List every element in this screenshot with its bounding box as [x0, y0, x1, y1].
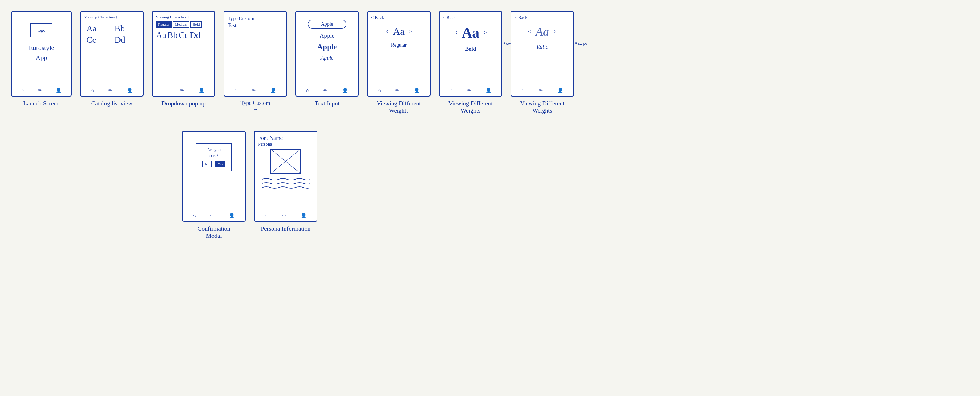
- type-custom-content: Type Custom Text: [224, 12, 286, 85]
- confirmation-container: Are yousure? No Yes ⌂ ✏ 👤 ConfirmationMo…: [182, 131, 246, 239]
- weight-label-italic: Italic: [515, 44, 570, 50]
- person-icon-italic: 👤: [557, 87, 563, 93]
- weight-regular-label: Viewing DifferentWeights: [377, 100, 421, 114]
- right-arrow-bold: >: [484, 30, 487, 36]
- svg-line-1: [271, 149, 300, 173]
- dropdown-letter-grid: Aa Bb Cc Dd: [156, 30, 211, 40]
- nav-bar-textinput: ⌂ ✏ 👤: [296, 85, 358, 96]
- apple-pill: Apple: [308, 20, 346, 29]
- edit-icon: ✏: [38, 87, 42, 93]
- edit-icon-confirmation: ✏: [210, 212, 215, 219]
- left-arrow-bold: <: [454, 30, 457, 36]
- weight-italic-label: Viewing DifferentWeights: [520, 100, 565, 114]
- catalog-screen-container: Viewing Characters ↓ Aa Bb Cc Dd ⌂ ✏ 👤 C…: [80, 11, 143, 107]
- nav-bar-italic: ⌂ ✏ 👤: [511, 85, 573, 96]
- app-name: Eurostyle App: [15, 43, 68, 63]
- letter-grid: Aa Bb Cc Dd: [84, 21, 139, 47]
- text-input-screen-container: Apple Apple Apple Apple ⌂ ✏ 👤 Text Input: [295, 11, 359, 107]
- home-icon: ⌂: [21, 88, 24, 93]
- weight-label-regular: Regular: [371, 42, 426, 48]
- nav-bar: ⌂ ✏ 👤: [12, 85, 71, 96]
- modal-buttons: No Yes: [200, 161, 228, 167]
- aa-display-regular: < Aa >: [371, 25, 426, 37]
- tab-regular[interactable]: Regular: [156, 21, 172, 28]
- home-icon-type: ⌂: [234, 88, 237, 93]
- back-link-bold[interactable]: < Back: [443, 15, 498, 20]
- home-icon-textinput: ⌂: [306, 88, 309, 93]
- launch-screen-container: logo Eurostyle App ⌂ ✏ 👤 Launch Screen: [11, 11, 72, 107]
- catalog-screen: Viewing Characters ↓ Aa Bb Cc Dd ⌂ ✏ 👤: [80, 11, 143, 97]
- modal-no-button[interactable]: No: [202, 161, 212, 167]
- catalog-content: Viewing Characters ↓ Aa Bb Cc Dd: [81, 12, 143, 85]
- nav-bar-catalog: ⌂ ✏ 👤: [81, 85, 143, 96]
- type-custom-title: Type Custom Text: [228, 15, 283, 29]
- row-2: Are yousure? No Yes ⌂ ✏ 👤 ConfirmationMo…: [182, 131, 969, 239]
- weight-bold-content: < Back < Aa > Bold: [440, 12, 501, 85]
- nav-bar-bold: ⌂ ✏ 👤: [440, 85, 501, 96]
- dropdown-label: Dropdown pop up: [161, 100, 205, 107]
- dropdown-letter-cc: Cc: [179, 30, 189, 40]
- edit-icon-type: ✏: [252, 87, 256, 93]
- dropdown-letter-aa: Aa: [156, 30, 166, 40]
- weight-bold-label: Viewing DifferentWeights: [449, 100, 493, 114]
- right-arrow-regular: >: [409, 29, 412, 35]
- modal-yes-button[interactable]: Yes: [215, 161, 226, 167]
- person-icon-bold: 👤: [485, 87, 492, 93]
- home-icon-regular: ⌂: [378, 88, 381, 93]
- dropdown-tabs: Regular Medium Bold: [156, 21, 211, 28]
- edit-icon-bold: ✏: [467, 87, 471, 93]
- type-custom-line: [233, 41, 277, 41]
- dropdown-letter-bb: Bb: [167, 30, 177, 40]
- apple-bold: Apple: [317, 43, 337, 51]
- edit-icon-dropdown: ✏: [180, 87, 184, 93]
- persona-content: Font Name Persona: [255, 131, 317, 210]
- letter-bb: Bb: [115, 24, 137, 34]
- tab-bold[interactable]: Bold: [191, 21, 202, 28]
- text-input-screen: Apple Apple Apple Apple ⌂ ✏ 👤: [295, 11, 359, 97]
- dropdown-letter-dd: Dd: [189, 30, 200, 40]
- back-link-italic[interactable]: < Back: [515, 15, 570, 20]
- modal-box: Are yousure? No Yes: [196, 143, 232, 171]
- edit-icon-regular: ✏: [395, 87, 399, 93]
- back-link-regular[interactable]: < Back: [371, 15, 426, 20]
- svg-line-0: [271, 149, 300, 173]
- edit-icon-textinput: ✏: [323, 87, 328, 93]
- aa-text-regular: Aa: [393, 25, 404, 37]
- apple-regular: Apple: [320, 32, 334, 39]
- home-icon-italic: ⌂: [521, 88, 524, 93]
- modal-title: Are yousure?: [200, 147, 228, 158]
- weight-bold-container: < Back < Aa > Bold ⌂ ✏ 👤 ↗ swipe Viewing…: [439, 11, 502, 114]
- weight-label-bold: Bold: [443, 46, 498, 52]
- confirmation-label: ConfirmationModal: [197, 225, 231, 239]
- logo-box: logo: [30, 24, 52, 37]
- dropdown-content: Viewing Characters ↓ Regular Medium Bold…: [153, 12, 215, 85]
- person-icon-regular: 👤: [414, 87, 420, 93]
- person-icon-type: 👤: [270, 87, 276, 93]
- home-icon-dropdown: ⌂: [162, 88, 165, 93]
- edit-icon-italic: ✏: [539, 87, 543, 93]
- launch-content: logo Eurostyle App: [12, 12, 71, 85]
- person-icon-catalog: 👤: [127, 87, 133, 93]
- weight-regular-container: < Back < Aa > Regular ⌂ ✏ 👤 Viewing Diff…: [367, 11, 431, 114]
- nav-bar-dropdown: ⌂ ✏ 👤: [153, 85, 215, 96]
- weight-regular-screen: < Back < Aa > Regular ⌂ ✏ 👤: [367, 11, 431, 97]
- aa-display-bold: < Aa >: [443, 25, 498, 41]
- text-input-content: Apple Apple Apple Apple: [296, 12, 358, 85]
- person-icon-confirmation: 👤: [229, 212, 235, 219]
- type-custom-label: Type Custom→: [241, 100, 270, 112]
- type-custom-screen: Type Custom Text ⌂ ✏ 👤: [224, 11, 287, 97]
- nav-bar-confirmation: ⌂ ✏ 👤: [183, 210, 245, 221]
- persona-container: Font Name Persona: [254, 131, 317, 232]
- text-input-label: Text Input: [315, 100, 340, 107]
- weight-italic-content: < Back < Aa > Italic: [511, 12, 573, 85]
- tab-medium[interactable]: Medium: [173, 21, 189, 28]
- right-arrow-italic: >: [553, 29, 556, 35]
- nav-bar-persona: ⌂ ✏ 👤: [255, 210, 317, 221]
- edit-icon-catalog: ✏: [108, 87, 112, 93]
- type-custom-screen-container: Type Custom Text ⌂ ✏ 👤 Type Custom→: [224, 11, 287, 112]
- home-icon-bold: ⌂: [450, 88, 453, 93]
- home-icon-persona: ⌂: [265, 213, 268, 219]
- dropdown-screen-container: Viewing Characters ↓ Regular Medium Bold…: [152, 11, 215, 107]
- dropdown-screen: Viewing Characters ↓ Regular Medium Bold…: [152, 11, 215, 97]
- image-placeholder: [270, 149, 301, 174]
